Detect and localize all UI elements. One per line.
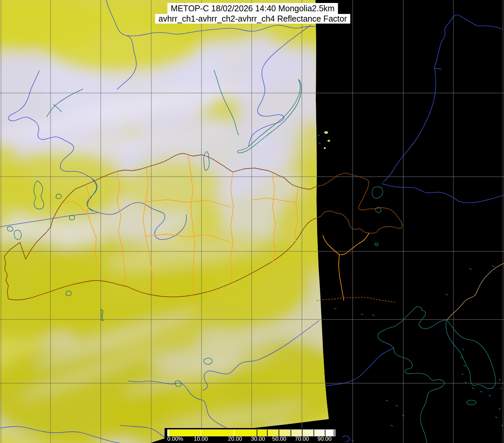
colorbar-divider bbox=[314, 430, 314, 436]
colorbar-tick-label: 20.00 bbox=[228, 436, 242, 442]
colorbar-tick-label: 10.00 bbox=[194, 436, 208, 442]
satellite-image-viewport: METOP-C 18/02/2026 14:40 Mongolia2.5km a… bbox=[0, 0, 504, 443]
colorbar-divider bbox=[279, 430, 279, 436]
colorbar-divider bbox=[257, 430, 257, 436]
colorbar-tick-label: 30.00 bbox=[251, 436, 265, 442]
image-title-line1: METOP-C 18/02/2026 14:40 Mongolia2.5km bbox=[168, 3, 338, 14]
colorbar-divider bbox=[334, 430, 334, 436]
colorbar-divider bbox=[200, 430, 201, 436]
colorbar-tick-label: 70.00 bbox=[295, 436, 309, 442]
colorbar-divider bbox=[234, 430, 234, 436]
image-title-line2: avhrr_ch1-avhrr_ch2-avhrr_ch4 Reflectanc… bbox=[155, 14, 350, 24]
colorbar-tick-label: 0.00% bbox=[167, 436, 183, 442]
colorbar-divider bbox=[291, 430, 291, 436]
colorbar-divider bbox=[302, 430, 303, 436]
map-canvas bbox=[0, 0, 504, 443]
colorbar-divider bbox=[325, 430, 325, 436]
colorbar-divider bbox=[267, 430, 268, 436]
colorbar-tick-label: 50.00 bbox=[272, 436, 287, 442]
colorbar-gradient bbox=[168, 430, 335, 436]
colorbar: 0.00% 10.00 20.00 30.00 50.00 70.00 90.0… bbox=[165, 428, 337, 443]
satellite-swath bbox=[0, 0, 346, 443]
colorbar-tick-label: 90.00 bbox=[317, 436, 332, 442]
